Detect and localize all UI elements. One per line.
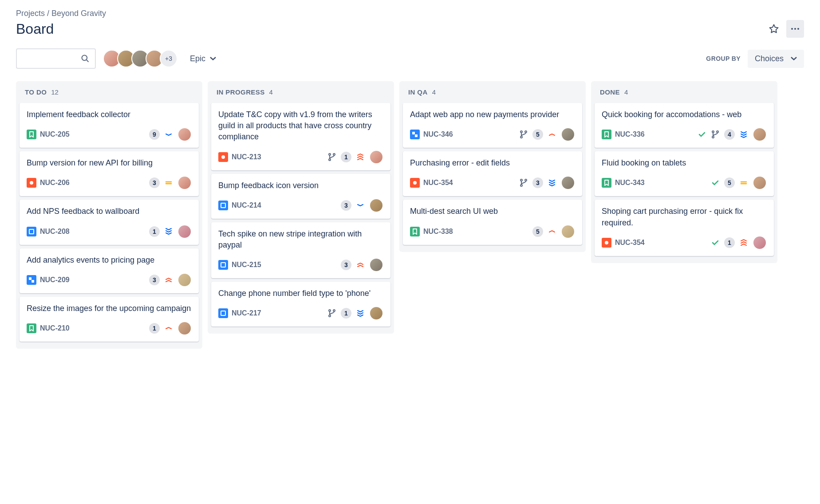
- svg-point-0: [791, 28, 793, 30]
- story-type-icon: [410, 227, 420, 236]
- card[interactable]: Resize the images for the upcoming campa…: [20, 297, 199, 342]
- card[interactable]: Adapt web app no new payments providerNU…: [403, 103, 582, 148]
- svg-rect-18: [221, 311, 225, 315]
- priority-lowest-icon: [548, 178, 556, 187]
- epic-filter[interactable]: Epic: [185, 51, 221, 67]
- avatar-group[interactable]: +3: [103, 50, 177, 67]
- column-count: 12: [51, 88, 59, 96]
- branch-icon: [327, 309, 336, 318]
- task-type-icon: [218, 260, 228, 270]
- svg-point-3: [82, 55, 87, 61]
- search-input[interactable]: [16, 48, 96, 69]
- card-key: NUC-215: [232, 261, 261, 269]
- card-title: Update T&C copy with v1.9 from the write…: [218, 109, 383, 143]
- dots-icon: [790, 24, 800, 34]
- svg-point-28: [413, 181, 417, 185]
- star-button[interactable]: [765, 20, 783, 38]
- assignee-avatar[interactable]: [753, 176, 767, 190]
- column-done: Done4Quick booking for accomodations - w…: [591, 81, 777, 263]
- story-points-badge: 5: [532, 129, 543, 140]
- story-points-badge: 1: [341, 308, 351, 319]
- story-type-icon: [602, 178, 611, 188]
- card-key: NUC-338: [423, 228, 453, 236]
- assignee-avatar[interactable]: [369, 258, 383, 272]
- card[interactable]: Implement feedback collectorNUC-2059: [20, 103, 199, 148]
- more-button[interactable]: [786, 20, 804, 38]
- story-points-badge: 3: [341, 200, 351, 211]
- card-title: Fluid booking on tablets: [602, 158, 767, 169]
- bug-type-icon: [602, 238, 611, 248]
- card[interactable]: Multi-dest search UI webNUC-3385: [403, 200, 582, 244]
- card-key: NUC-210: [40, 324, 70, 332]
- assignee-avatar[interactable]: [177, 321, 192, 335]
- card-title: Implement feedback collector: [27, 109, 192, 120]
- svg-point-14: [329, 159, 331, 161]
- card[interactable]: Quick booking for accomodations - webNUC…: [595, 103, 774, 148]
- card[interactable]: Bump feedback icon versionNUC-2143: [211, 174, 390, 219]
- column-count: 4: [269, 88, 273, 96]
- card-title: Multi-dest search UI web: [410, 206, 575, 217]
- story-points-badge: 3: [149, 177, 160, 188]
- search-icon: [81, 54, 90, 63]
- assignee-avatar[interactable]: [369, 150, 383, 164]
- column-in-progress: In Progress4Update T&C copy with v1.9 fr…: [208, 81, 394, 334]
- card-title: Change phone number field type to 'phone…: [218, 288, 383, 299]
- assignee-avatar[interactable]: [753, 127, 767, 142]
- story-points-badge: 5: [724, 177, 735, 188]
- story-points-badge: 9: [149, 129, 160, 140]
- svg-point-30: [520, 185, 522, 186]
- svg-point-2: [797, 28, 799, 30]
- story-points-badge: 5: [532, 226, 543, 237]
- story-type-icon: [602, 130, 611, 139]
- card[interactable]: Tech spike on new stripe integration wit…: [211, 222, 390, 278]
- card-title: Add NPS feedback to wallboard: [27, 206, 192, 217]
- assignee-avatar[interactable]: [561, 176, 575, 190]
- story-points-badge: 1: [149, 226, 160, 237]
- avatar-more[interactable]: +3: [160, 50, 177, 67]
- card-title: Adapt web app no new payments provider: [410, 109, 575, 120]
- assignee-avatar[interactable]: [177, 176, 192, 190]
- priority-medium-icon: [164, 178, 173, 187]
- assignee-avatar[interactable]: [561, 224, 575, 239]
- card-title: Shoping cart purchasing error - quick fi…: [602, 206, 767, 228]
- card[interactable]: Shoping cart purchasing error - quick fi…: [595, 200, 774, 256]
- card[interactable]: Update T&C copy with v1.9 from the write…: [211, 103, 390, 170]
- assignee-avatar[interactable]: [369, 306, 383, 320]
- branch-icon: [519, 178, 528, 187]
- svg-point-31: [525, 179, 527, 181]
- svg-rect-23: [415, 134, 418, 137]
- svg-point-27: [525, 131, 527, 133]
- svg-point-1: [794, 28, 796, 30]
- card[interactable]: Change phone number field type to 'phone…: [211, 282, 390, 327]
- card[interactable]: Add NPS feedback to wallboardNUC-2081: [20, 200, 199, 244]
- assignee-avatar[interactable]: [561, 127, 575, 142]
- priority-medium-icon: [739, 178, 748, 187]
- group-by-select[interactable]: Choices: [748, 50, 804, 68]
- breadcrumb-project[interactable]: Beyond Gravity: [51, 9, 106, 18]
- story-points-badge: 3: [341, 260, 351, 270]
- assignee-avatar[interactable]: [753, 236, 767, 250]
- card-title: Resize the images for the upcoming campa…: [27, 303, 192, 314]
- svg-point-32: [712, 131, 714, 133]
- card[interactable]: Add analytics events to pricing pageNUC-…: [20, 248, 199, 293]
- card[interactable]: Fluid booking on tabletsNUC-3435: [595, 151, 774, 196]
- bug-type-icon: [410, 178, 420, 188]
- card-key: NUC-336: [615, 130, 645, 138]
- task-type-icon: [218, 201, 228, 210]
- assignee-avatar[interactable]: [177, 224, 192, 239]
- card[interactable]: Purchasing error - edit fieldsNUC-3543: [403, 151, 582, 196]
- breadcrumb-projects[interactable]: Projects: [16, 9, 45, 18]
- branch-icon: [327, 153, 336, 161]
- assignee-avatar[interactable]: [177, 273, 192, 287]
- card[interactable]: Bump version for new API for billingNUC-…: [20, 151, 199, 196]
- card-title: Bump feedback icon version: [218, 180, 383, 191]
- priority-highest-icon: [356, 153, 365, 161]
- card-key: NUC-354: [615, 239, 645, 247]
- card-key: NUC-205: [40, 130, 70, 138]
- svg-point-37: [605, 241, 608, 244]
- assignee-avatar[interactable]: [177, 127, 192, 142]
- breadcrumb: Projects / Beyond Gravity: [16, 9, 804, 18]
- assignee-avatar[interactable]: [369, 198, 383, 213]
- group-by-label: GROUP BY: [706, 55, 741, 62]
- card-key: NUC-354: [423, 179, 453, 187]
